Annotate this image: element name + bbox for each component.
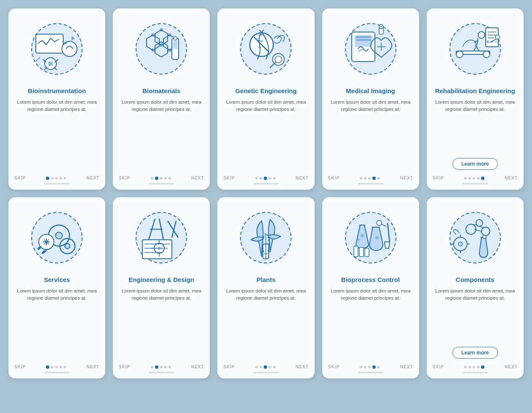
dot-0[interactable] [360, 366, 362, 368]
genetic-engineering-skip[interactable]: SKIP [223, 176, 235, 180]
dot-3[interactable] [269, 366, 271, 368]
dot-1[interactable] [364, 177, 366, 180]
engineering-design-skip[interactable]: SKIP [119, 365, 130, 369]
svg-point-55 [487, 40, 489, 43]
dot-1[interactable] [51, 177, 53, 180]
bioprocess-control-title: Bioprocess Control [341, 276, 400, 284]
dot-4[interactable] [273, 177, 275, 180]
dot-2[interactable] [368, 177, 371, 180]
bioinstrumentation-skip[interactable]: SKIP [14, 176, 26, 180]
dot-1[interactable] [259, 366, 262, 368]
engineering-design-title: Engineering & Design [128, 276, 194, 284]
dot-1[interactable] [155, 177, 158, 180]
card-grid: BioinstrumentationLorem ipsum dolor sit … [8, 8, 524, 378]
services-bottom-bar [44, 372, 70, 373]
engineering-design-nav: SKIPNEXT [119, 362, 204, 369]
components-icon [441, 204, 509, 271]
dot-3[interactable] [269, 177, 271, 180]
dot-2[interactable] [473, 366, 475, 368]
rehabilitation-engineering-title: Rehabilitation Engineering [435, 87, 515, 95]
dot-2[interactable] [368, 366, 371, 368]
dot-0[interactable] [360, 177, 362, 180]
dot-1[interactable] [468, 177, 471, 180]
medical-imaging-next[interactable]: NEXT [400, 176, 413, 180]
genetic-engineering-next[interactable]: NEXT [296, 176, 309, 180]
plants-next[interactable]: NEXT [296, 365, 309, 369]
dot-1[interactable] [51, 366, 53, 368]
dot-0[interactable] [464, 177, 467, 180]
dot-0[interactable] [255, 366, 258, 368]
dot-3[interactable] [164, 177, 167, 180]
bioinstrumentation-title: Bioinstrumentation [28, 87, 86, 95]
svg-point-27 [151, 48, 155, 52]
medical-imaging-skip[interactable]: SKIP [328, 176, 340, 180]
dot-3[interactable] [372, 365, 376, 369]
rehabilitation-engineering-dots [464, 177, 484, 180]
dot-2[interactable] [160, 366, 163, 368]
dot-0[interactable] [46, 365, 49, 369]
svg-point-127 [483, 235, 486, 239]
dot-1[interactable] [468, 366, 471, 368]
dot-4[interactable] [168, 366, 171, 368]
dot-0[interactable] [46, 177, 49, 180]
dot-2[interactable] [264, 177, 267, 180]
dot-0[interactable] [151, 366, 153, 368]
card-bioinstrumentation: BioinstrumentationLorem ipsum dolor sit … [8, 8, 105, 190]
biomaterials-next[interactable]: NEXT [191, 176, 204, 180]
components-learn-more-button[interactable]: Learn more [452, 347, 497, 359]
svg-point-26 [168, 48, 171, 52]
card-components: ComponentsLorem ipsum dolor sit dim amet… [427, 197, 524, 378]
dot-4[interactable] [481, 177, 484, 180]
rehabilitation-engineering-skip[interactable]: SKIP [433, 176, 444, 180]
components-next[interactable]: NEXT [505, 365, 518, 369]
services-next[interactable]: NEXT [87, 365, 100, 369]
svg-rect-20 [173, 40, 177, 49]
dot-4[interactable] [64, 366, 66, 368]
dot-3[interactable] [59, 177, 62, 180]
bioinstrumentation-next[interactable]: NEXT [87, 176, 100, 180]
dot-4[interactable] [377, 177, 380, 180]
biomaterials-skip[interactable]: SKIP [119, 176, 130, 180]
card-engineering-design: Engineering & DesignLorem ipsum dolor si… [113, 197, 210, 378]
dot-1[interactable] [364, 366, 366, 368]
engineering-design-next[interactable]: NEXT [191, 365, 204, 369]
dot-0[interactable] [255, 177, 258, 180]
plants-icon [232, 204, 299, 271]
rehabilitation-engineering-bottom-bar [462, 183, 488, 185]
plants-skip[interactable]: SKIP [223, 365, 235, 369]
rehabilitation-engineering-nav: SKIPNEXT [433, 173, 518, 180]
dot-1[interactable] [259, 177, 262, 180]
dot-0[interactable] [464, 366, 467, 368]
dot-3[interactable] [477, 177, 479, 180]
medical-imaging-bottom-bar [358, 183, 383, 185]
rehabilitation-engineering-next[interactable]: NEXT [505, 176, 518, 180]
dot-2[interactable] [473, 177, 475, 180]
dot-1[interactable] [155, 365, 158, 369]
dot-4[interactable] [273, 366, 275, 368]
bioprocess-control-next[interactable]: NEXT [400, 365, 413, 369]
components-skip[interactable]: SKIP [433, 365, 444, 369]
card-plants: PlantsLorem ipsum dolor sit dim amet, me… [217, 197, 314, 378]
dot-0[interactable] [151, 177, 153, 180]
dot-4[interactable] [64, 177, 66, 180]
svg-point-25 [160, 43, 163, 47]
bioprocess-control-skip[interactable]: SKIP [328, 365, 340, 369]
medical-imaging-nav: SKIPNEXT [328, 173, 413, 180]
dot-3[interactable] [372, 177, 376, 180]
dot-2[interactable] [264, 365, 267, 369]
dot-2[interactable] [55, 177, 58, 180]
dot-3[interactable] [477, 366, 479, 368]
dot-3[interactable] [164, 366, 167, 368]
dot-3[interactable] [59, 366, 62, 368]
dot-4[interactable] [377, 366, 380, 368]
dot-4[interactable] [481, 365, 484, 369]
services-skip[interactable]: SKIP [14, 365, 26, 369]
dot-4[interactable] [168, 177, 171, 180]
svg-point-23 [168, 33, 171, 37]
dot-2[interactable] [160, 177, 163, 180]
svg-point-58 [478, 32, 485, 38]
rehabilitation-engineering-learn-more-button[interactable]: Learn more [452, 158, 497, 170]
bioinstrumentation-nav: SKIPNEXT [14, 173, 99, 180]
components-nav: SKIPNEXT [433, 362, 518, 369]
dot-2[interactable] [55, 366, 58, 368]
